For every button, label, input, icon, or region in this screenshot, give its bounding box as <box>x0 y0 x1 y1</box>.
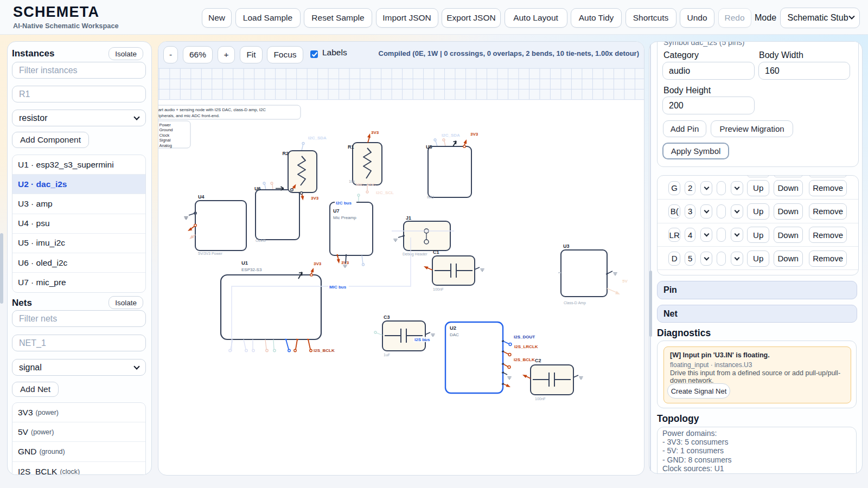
svg-text:5V: 5V <box>622 279 628 284</box>
svg-text:3V3: 3V3 <box>371 130 379 135</box>
svg-text:peripherals, and mic ADC front: peripherals, and mic ADC front-end. <box>158 113 220 118</box>
svg-text:U2: U2 <box>450 325 456 331</box>
svg-text:U5: U5 <box>426 144 432 150</box>
svg-text:U6: U6 <box>254 186 261 191</box>
svg-text:Smart audio + sensing node wit: Smart audio + sensing node with I2S DAC,… <box>158 107 266 112</box>
svg-text:3V3: 3V3 <box>314 261 322 266</box>
svg-text:R1: R1 <box>348 144 354 150</box>
svg-text:Debug Header: Debug Header <box>403 252 427 256</box>
svg-text:MIC_ADC: MIC_ADC <box>356 182 376 187</box>
svg-text:U7: U7 <box>333 208 340 214</box>
svg-text:R2: R2 <box>283 151 289 156</box>
svg-text:ESP32-S3: ESP32-S3 <box>241 267 262 272</box>
svg-text:Mic Preamp: Mic Preamp <box>333 215 356 220</box>
svg-text:C3: C3 <box>384 314 390 320</box>
svg-text:3V3: 3V3 <box>470 132 478 137</box>
svg-text:U1: U1 <box>241 260 248 266</box>
svg-text:1uF: 1uF <box>384 353 390 357</box>
svg-text:J1: J1 <box>406 215 411 221</box>
svg-text:10k: 10k <box>349 179 355 183</box>
svg-text:5V/3V3 Power: 5V/3V3 Power <box>198 252 222 255</box>
svg-text:U4: U4 <box>198 194 205 200</box>
svg-text:100nF: 100nF <box>535 397 546 401</box>
svg-text:I2S_BCLK: I2S_BCLK <box>514 357 535 362</box>
svg-text:IMU: IMU <box>427 195 434 199</box>
svg-text:I2C bus: I2C bus <box>336 201 352 206</box>
svg-text:100nF: 100nF <box>433 287 444 291</box>
svg-text:Ground: Ground <box>159 127 173 132</box>
svg-text:Analog: Analog <box>159 143 172 148</box>
svg-text:I2C_SCL: I2C_SCL <box>376 190 394 195</box>
svg-text:DAC: DAC <box>450 332 459 337</box>
svg-text:I2C_SDA: I2C_SDA <box>308 136 327 140</box>
svg-text:I2S_DOUT: I2S_DOUT <box>514 335 535 339</box>
svg-text:U3: U3 <box>563 243 570 249</box>
svg-text:I2S bus: I2S bus <box>414 337 430 342</box>
svg-text:I2C_SDA: I2C_SDA <box>442 133 460 138</box>
svg-text:OLED: OLED <box>256 239 266 242</box>
svg-text:C1: C1 <box>433 249 439 255</box>
svg-text:Power: Power <box>159 123 171 127</box>
svg-text:MIC bus: MIC bus <box>329 285 347 290</box>
svg-text:I2S_LRCLK: I2S_LRCLK <box>514 344 538 349</box>
svg-text:Class-D Amp: Class-D Amp <box>564 301 586 305</box>
svg-text:C2: C2 <box>535 358 541 363</box>
svg-text:Signal: Signal <box>159 138 171 143</box>
svg-text:Clock: Clock <box>159 133 170 138</box>
svg-text:I2S_BCLK: I2S_BCLK <box>314 348 335 353</box>
svg-text:3V3: 3V3 <box>311 196 319 201</box>
